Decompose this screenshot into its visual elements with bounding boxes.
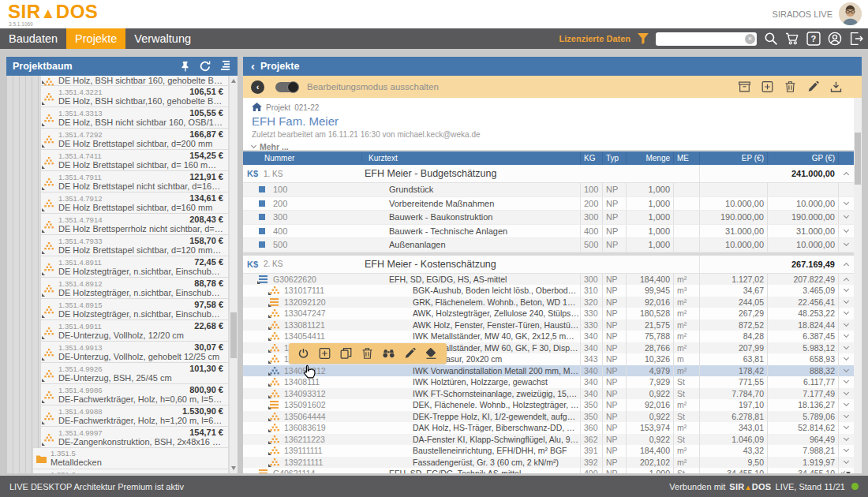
table-row[interactable]: 133081121AWK Holz, Fenster, Fenster-Türe… [243, 320, 854, 331]
projects-panel-header[interactable]: ‹ Projekte [243, 57, 862, 76]
expand-chevron-icon[interactable] [844, 355, 849, 361]
expand-chevron-icon[interactable] [844, 458, 849, 464]
expand-chevron-icon[interactable] [844, 435, 849, 441]
tree-item[interactable]: 1.351.4.7914208,43 €DE Holz Brettsperrho… [41, 214, 228, 234]
table-row[interactable]: 139111111Baustelleneinrichtung, EFH/DHH,… [243, 445, 854, 457]
back-chevron-icon[interactable]: ‹ [251, 58, 255, 75]
expand-chevron-icon[interactable] [844, 227, 849, 233]
tree-item[interactable]: 1.351.4.7933158,70 €DE Holz Brettstapel … [41, 235, 228, 256]
table-row[interactable]: 134342122turharz-Lasur, 20x20 cm343NP10,… [243, 353, 854, 365]
tree-item[interactable]: 1.351.4.3221106,51 €DE Holz, BSH sichtba… [41, 86, 228, 106]
dropdown-caret-icon[interactable] [846, 472, 851, 473]
eraser-icon[interactable] [425, 348, 438, 360]
tree-item[interactable]: 1.351.4.7411154,25 €DE Holz Brettstapel … [41, 150, 228, 170]
expand-chevron-icon[interactable] [844, 344, 849, 349]
delete-icon[interactable] [361, 348, 374, 360]
tree-view-icon[interactable] [219, 61, 231, 72]
tree-item[interactable]: 1.351.4.991330,07 €DE-Unterzug, Vollholz… [41, 342, 228, 362]
add-icon[interactable] [761, 81, 774, 93]
table-row[interactable]: 134093312IWK FT-Schornsteinanlage, zweiz… [243, 388, 854, 400]
col-me[interactable]: ME [673, 151, 699, 165]
scroll-up-icon[interactable] [231, 79, 236, 83]
col-typ[interactable]: Typ [602, 151, 626, 165]
back-circle-icon[interactable]: ‹ [251, 80, 264, 94]
expand-chevron-icon[interactable] [844, 321, 849, 327]
tree-folder-item[interactable]: 1.351.5Metalldecken [33, 448, 228, 469]
nav-tab-projekte[interactable]: Projekte [66, 28, 125, 49]
expand-chevron-icon[interactable] [844, 278, 849, 283]
tree-item[interactable]: 1.351.4.991122,68 €DE-Unterzug, Vollholz… [41, 320, 228, 341]
table-scrollbar[interactable] [854, 98, 862, 473]
find-icon[interactable] [383, 348, 395, 360]
tree-item[interactable]: 1.351.4.99881.530,90 €DE-Fachwerkträger,… [41, 405, 228, 426]
table-scrollbar-thumb[interactable] [855, 133, 861, 185]
expand-chevron-icon[interactable] [841, 470, 846, 473]
col-kg[interactable]: KG [580, 151, 602, 165]
help-icon[interactable]: ? [806, 32, 821, 46]
project-name-link[interactable]: EFH Fam. Meier [252, 114, 862, 128]
table-row[interactable]: 134054411IWK Metallständer, MW 40, GK, 2… [243, 331, 854, 342]
user-avatar[interactable] [839, 2, 862, 25]
table-row[interactable]: G30622620EFH, SD, EG/DG, HS, AS-mittel30… [243, 274, 854, 286]
col-nummer[interactable]: Nummer [243, 154, 361, 163]
archive-icon[interactable] [739, 81, 751, 93]
tree-item[interactable]: 1.351.4.891288,78 €DE Holzstegträger, n.… [41, 278, 228, 298]
expand-chevron-icon[interactable] [843, 172, 848, 178]
edit-icon[interactable] [807, 81, 820, 93]
expand-chevron-icon[interactable] [844, 298, 849, 304]
expand-chevron-icon[interactable] [844, 200, 849, 205]
expand-chevron-icon[interactable] [844, 413, 849, 418]
cart-icon[interactable] [785, 32, 799, 46]
tree-scrollbar[interactable] [230, 76, 238, 473]
table-row[interactable]: 400Bauwerk - Technische Anlagen400NP1,00… [243, 225, 854, 239]
expand-chevron-icon[interactable] [844, 241, 849, 246]
download-icon[interactable] [830, 81, 843, 93]
table-row[interactable]: 136211223DA-Fenster KI, Klapp-Schwingflü… [243, 434, 854, 446]
refresh-icon[interactable] [200, 61, 212, 72]
tree-item[interactable]: 1.351.4.891172,45 €DE Holzstegträger, n.… [41, 256, 228, 277]
col-menge[interactable]: Menge [626, 151, 673, 165]
expand-chevron-icon[interactable] [844, 367, 849, 372]
section-header-row[interactable]: K$1. KSEFH Meier - Budgetschätzung241.00… [243, 165, 854, 183]
delete-icon[interactable] [784, 81, 797, 93]
col-ep[interactable]: EP (€) [699, 151, 767, 165]
col-gp[interactable]: GP (€) [767, 151, 838, 165]
tree-item[interactable]: 1.351.4.7911121,91 €DE Holz Brettstapel … [41, 171, 228, 192]
tree-item[interactable]: 1.351.4.9986800,90 €DE-Fachwerkträger, H… [41, 384, 228, 405]
tree-scrollbar-thumb[interactable] [230, 312, 237, 358]
tree-item[interactable]: 1.351.4.7292166,87 €DE Holz Brettstapel … [41, 129, 228, 149]
table-row[interactable]: 300Bauwerk - Baukonstruktion300NP1,00019… [243, 211, 854, 225]
table-row[interactable]: 139211111Fassadengerüst, Gr. 3 (60 cm, 2… [243, 457, 854, 469]
expand-chevron-icon[interactable] [844, 309, 849, 315]
table-row[interactable]: 13408111IWK Holztüren, Holzzarge, gewach… [243, 376, 854, 388]
nav-tab-verwaltung[interactable]: Verwaltung [125, 28, 200, 49]
table-row[interactable]: 136083619DAK Holz, HS-Träger, Biberschwa… [243, 422, 854, 434]
expand-chevron-icon[interactable] [844, 213, 849, 219]
expand-chevron-icon[interactable] [844, 401, 849, 406]
edit-icon[interactable] [404, 348, 417, 360]
expand-chevron-icon[interactable] [844, 286, 849, 292]
tree-item[interactable]: 1.351.4.891597,58 €DE Holzstegträger, n.… [41, 299, 228, 320]
table-row[interactable]: 135091602DEK, Flächenele. Wohnb., Holzst… [243, 399, 854, 411]
search-input[interactable] [656, 34, 757, 47]
account-area[interactable]: SIRADOS LIVE [773, 2, 862, 25]
table-row[interactable]: 132092120GRK, Flächenelem. Wohnb., Beton… [243, 297, 854, 308]
search-icon[interactable] [764, 32, 778, 46]
col-kurztext[interactable]: Kurztext [361, 154, 580, 163]
table-row[interactable]: 135064444DEK-Treppe Holz, KI, 1/2-gewend… [243, 411, 854, 423]
search-box[interactable]: × [656, 32, 757, 46]
tree-item[interactable]: DE Holz, BSH sichtbar 160, gehobelte Bre… [41, 76, 228, 85]
section-header-row[interactable]: K$2. KSEFH Meier - Kostenschätzung267.16… [243, 256, 854, 274]
expand-chevron-icon[interactable] [844, 390, 849, 395]
expand-chevron-icon[interactable] [843, 262, 848, 267]
account-icon[interactable] [828, 32, 842, 46]
tree-item[interactable]: 1.351.4.7912134,61 €DE Holz Brettstapel … [41, 192, 228, 213]
expand-chevron-icon[interactable] [844, 447, 849, 452]
expand-chevron-icon[interactable] [844, 332, 849, 338]
table-row[interactable]: 134058212IWK Vorwandinstallation Metall … [243, 365, 854, 377]
tree-item[interactable]: 1.351.4.9997154,71 €DE-Zangenkonstruktio… [41, 427, 228, 447]
table-row[interactable]: 200Vorbereitende Maßnahmen200NP1,00010.0… [243, 197, 854, 211]
scroll-down-icon[interactable] [231, 466, 236, 470]
table-row[interactable]: 500Außenanlagen500NP1,00010.000,0010.000… [243, 238, 854, 252]
logout-icon[interactable] [849, 32, 863, 46]
